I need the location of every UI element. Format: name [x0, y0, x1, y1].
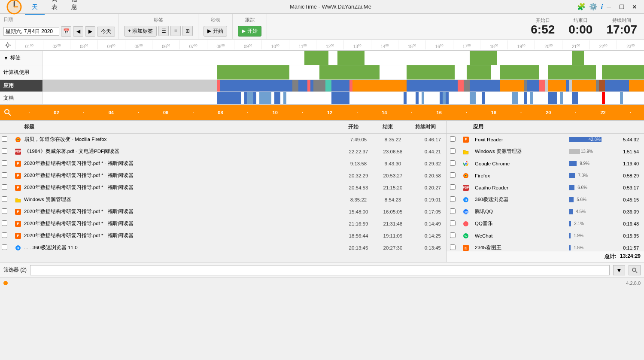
- search-icon-orange[interactable]: [0, 109, 15, 116]
- rr7-check[interactable]: [450, 208, 460, 215]
- stopwatch-start-button[interactable]: ▶ 开始: [204, 26, 227, 37]
- tag-list2-icon[interactable]: ≡: [170, 26, 181, 36]
- settings-icon-btn[interactable]: [0, 42, 15, 49]
- rr5-check[interactable]: [450, 184, 460, 191]
- next-day-button[interactable]: ▶: [85, 26, 95, 37]
- rr10-check[interactable]: [450, 244, 460, 251]
- tab-stats[interactable]: 统计信息: [64, 0, 84, 15]
- row7-check[interactable]: [2, 208, 12, 215]
- close-button[interactable]: ✕: [629, 2, 641, 12]
- rr6-check[interactable]: [450, 196, 460, 203]
- prev-day-button[interactable]: ◀: [73, 26, 83, 37]
- apps-panel-body[interactable]: F Foxit Reader 42.8% 5:44:32 Windows 资源管…: [447, 134, 644, 251]
- usage-track-row: 计算机使用: [0, 65, 644, 80]
- apps-panel-row[interactable]: ♪ QQ音乐 2.1% 0:16:48: [447, 218, 644, 230]
- row10-check[interactable]: [2, 244, 12, 251]
- app-blk-6: [313, 80, 325, 92]
- main-nav: 天 时间表 统计信息: [25, 0, 84, 15]
- rr8-check[interactable]: [450, 220, 460, 227]
- filter-search-button[interactable]: [629, 265, 641, 275]
- rr1-check[interactable]: [450, 136, 460, 143]
- rr7-icon: QQ: [463, 209, 472, 215]
- rr6-name: 360极速浏览器: [475, 196, 567, 203]
- date-input[interactable]: [3, 27, 59, 36]
- table-row[interactable]: F 2020年数据结构考研复习指导.pdf * - 福昕阅读器 20:32:29…: [0, 170, 446, 182]
- apps-panel-row[interactable]: W WeChat 1.9% 0:15:35: [447, 230, 644, 242]
- doc-blk-20: [548, 92, 557, 104]
- timeline-tracks: ▼ 标签 计算机使用 应用: [0, 51, 644, 105]
- apps-track-content[interactable]: [43, 80, 644, 92]
- today-button[interactable]: 今天: [97, 27, 115, 37]
- doc-blk-10: [416, 92, 419, 104]
- date-label: 日期: [3, 16, 115, 23]
- table-body[interactable]: 扇贝，知道你在改变 - Mozilla Firefox 7:49:05 8:35…: [0, 134, 446, 262]
- table-row[interactable]: PDF 《1984》奥威尔著.pdf - 文电通PDF阅读器 22:22:37 …: [0, 146, 446, 158]
- maximize-button[interactable]: ☐: [616, 2, 628, 12]
- app-blk-8: [331, 80, 349, 92]
- row2-check[interactable]: [2, 148, 12, 155]
- table-row[interactable]: Windows 资源管理器 8:35:22 8:54:23 0:19:01: [0, 194, 446, 206]
- filter-dropdown-icon[interactable]: ▼: [613, 265, 625, 275]
- filter-input[interactable]: [30, 265, 610, 275]
- table-row[interactable]: F 2020年数据结构考研复习指导.pdf * - 福昕阅读器 21:16:59…: [0, 218, 446, 230]
- puzzle-icon[interactable]: 🧩: [577, 3, 586, 11]
- rr4-check[interactable]: [450, 172, 460, 179]
- tab-timetable[interactable]: 时间表: [45, 0, 64, 15]
- row7-start: 15:48:00: [341, 209, 376, 214]
- apps-panel-row[interactable]: Google Chrome 9.9% 1:19:40: [447, 158, 644, 170]
- app-blk-23: [596, 80, 599, 92]
- tag-block-2: [337, 51, 365, 65]
- rr2-check[interactable]: [450, 148, 460, 155]
- row5-check[interactable]: [2, 184, 12, 191]
- table-row[interactable]: 3 ... - 360极速浏览器 11.0 20:13:45 20:27:30 …: [0, 242, 446, 254]
- rr7-time: 0:36:09: [611, 209, 641, 214]
- gear-icon[interactable]: ⚙️: [589, 3, 598, 11]
- row9-check[interactable]: [2, 232, 12, 239]
- rr5-pct: 6.6%: [577, 185, 587, 190]
- docs-track-content[interactable]: [43, 92, 644, 104]
- row8-check[interactable]: [2, 220, 12, 227]
- doc-blk-3: [247, 92, 253, 104]
- app-blk-11: [407, 80, 410, 92]
- tags-track-content[interactable]: [43, 51, 644, 65]
- hour-07: 0800: [207, 40, 234, 49]
- row1-check[interactable]: [2, 136, 12, 143]
- apps-panel-row[interactable]: F Foxit Reader 42.8% 5:44:32: [447, 134, 644, 146]
- table-row[interactable]: F 2020年数据结构考研复习指导.pdf * - 福昕阅读器 15:48:00…: [0, 206, 446, 218]
- row6-check[interactable]: [2, 196, 12, 203]
- doc-blk-9: [404, 92, 407, 104]
- rr9-check[interactable]: [450, 232, 460, 239]
- apps-panel-row[interactable]: 图 2345看图王 1.5% 0:11:57: [447, 242, 644, 251]
- table-row[interactable]: F 2020年数据结构考研复习指导.pdf * - 福昕阅读器 20:54:53…: [0, 182, 446, 194]
- calendar-icon[interactable]: 📅: [61, 26, 71, 37]
- o-h-02: 02: [43, 110, 70, 115]
- table-row[interactable]: 扇贝，知道你在改变 - Mozilla Firefox 7:49:05 8:35…: [0, 134, 446, 146]
- total-row: 总计: 13:24:29: [447, 251, 644, 262]
- row4-check[interactable]: [2, 172, 12, 179]
- apps-panel-row[interactable]: 3 360极速浏览器 5.6% 0:45:15: [447, 194, 644, 206]
- app-blk-2: [292, 80, 298, 92]
- doc-blk-16: [482, 92, 485, 104]
- hour-17: 1800: [480, 40, 507, 49]
- tag-list3-icon[interactable]: ⊞: [182, 26, 193, 36]
- apps-panel-row[interactable]: Firefox 7.3% 0:58:29: [447, 170, 644, 182]
- tab-day[interactable]: 天: [25, 1, 45, 15]
- apps-panel-row[interactable]: Windows 资源管理器 13.9% 1:51:54: [447, 146, 644, 158]
- rr3-check[interactable]: [450, 160, 460, 167]
- stat-end-value: 0:00: [568, 24, 592, 36]
- collapse-icon[interactable]: ▼: [3, 55, 9, 61]
- rr8-bar: 2.1%: [569, 221, 608, 226]
- tag-list1-icon[interactable]: ☰: [158, 26, 169, 36]
- hour-15: 1600: [425, 40, 453, 49]
- table-row[interactable]: F 2020年数据结构考研复习指导.pdf * - 福昕阅读器 18:56:44…: [0, 230, 446, 242]
- tracker-start-button[interactable]: ▶ 开始: [238, 26, 261, 37]
- row3-check[interactable]: [2, 160, 12, 167]
- usage-track-content[interactable]: [43, 65, 644, 79]
- app-blk-3: [298, 80, 307, 92]
- minimize-button[interactable]: ─: [603, 2, 615, 12]
- table-row[interactable]: F 2020年数据结构考研复习指导.pdf * - 福昕阅读器 9:13:58 …: [0, 158, 446, 170]
- add-tag-button[interactable]: + 添加标签: [124, 26, 157, 37]
- o-h-20: 20: [535, 110, 562, 115]
- apps-panel-row[interactable]: PDF Gaaiho Reader 6.6% 0:53:17: [447, 182, 644, 194]
- apps-panel-row[interactable]: QQ 腾讯QQ 4.5% 0:36:09: [447, 206, 644, 218]
